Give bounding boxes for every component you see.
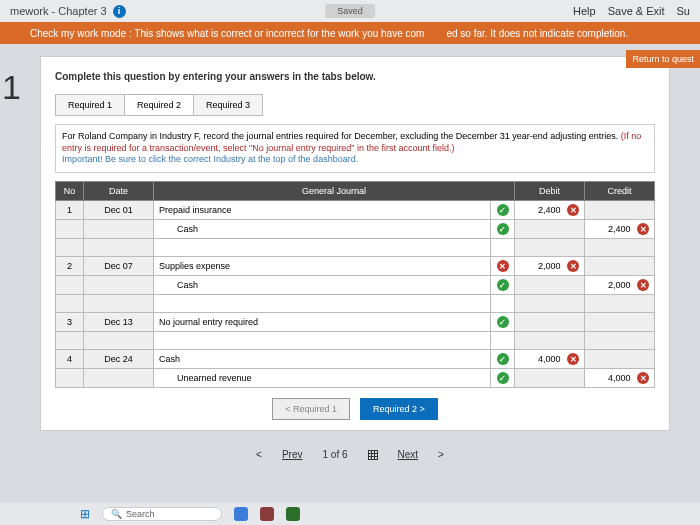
cell-date[interactable]: Dec 24: [84, 350, 154, 369]
col-credit: Credit: [585, 182, 655, 201]
x-icon: ✕: [637, 223, 649, 235]
cell-date[interactable]: [84, 369, 154, 388]
start-icon[interactable]: ⊞: [80, 507, 90, 521]
cell-credit[interactable]: 2,400 ✕: [585, 220, 655, 239]
tab-required-3[interactable]: Required 3: [194, 95, 262, 115]
tab-required-2[interactable]: Required 2: [125, 95, 194, 115]
pager-prev-caret[interactable]: <: [256, 449, 262, 460]
help-link[interactable]: Help: [573, 5, 596, 17]
cell-debit[interactable]: [515, 369, 585, 388]
cell-mark: ✓: [491, 350, 515, 369]
taskbar-app-1[interactable]: [234, 507, 248, 521]
cell-no: 3: [56, 313, 84, 332]
cell-credit[interactable]: 2,000 ✕: [585, 276, 655, 295]
taskbar-app-3[interactable]: [286, 507, 300, 521]
x-icon: ✕: [637, 279, 649, 291]
check-icon: ✓: [497, 223, 509, 235]
taskbar-app-2[interactable]: [260, 507, 274, 521]
table-row: Cash✓2,000 ✕: [56, 276, 655, 295]
cell-account[interactable]: Supplies expense: [154, 257, 491, 276]
table-row: Cash✓2,400 ✕: [56, 220, 655, 239]
prev-requirement-button[interactable]: < Required 1: [272, 398, 350, 420]
cell-mark: ✓: [491, 369, 515, 388]
question-card: Complete this question by entering your …: [40, 56, 670, 431]
cell-credit[interactable]: [585, 350, 655, 369]
os-taskbar: ⊞ 🔍 Search: [0, 503, 700, 525]
cell-account[interactable]: Cash: [154, 220, 491, 239]
cell-credit[interactable]: 4,000 ✕: [585, 369, 655, 388]
pager-position: 1 of 6: [322, 449, 347, 460]
cell-debit[interactable]: 2,400 ✕: [515, 201, 585, 220]
grid-icon[interactable]: [368, 450, 378, 460]
cell-date[interactable]: Dec 13: [84, 313, 154, 332]
table-row: 1Dec 01Prepaid insurance✓2,400 ✕: [56, 201, 655, 220]
banner-text-right: ed so far. It does not indicate completi…: [446, 28, 628, 39]
question-number: 1: [2, 68, 21, 107]
check-icon: ✓: [497, 316, 509, 328]
saved-badge: Saved: [325, 4, 375, 18]
cell-date[interactable]: Dec 01: [84, 201, 154, 220]
x-icon: ✕: [567, 260, 579, 272]
table-row: Unearned revenue✓4,000 ✕: [56, 369, 655, 388]
x-icon: ✕: [497, 260, 509, 272]
table-row: [56, 239, 655, 257]
cell-account[interactable]: Prepaid insurance: [154, 201, 491, 220]
cell-mark: ✕: [491, 257, 515, 276]
return-to-question-button[interactable]: Return to quest: [626, 50, 700, 68]
cell-mark: ✓: [491, 201, 515, 220]
instruction-main: For Roland Company in Industry F, record…: [62, 131, 621, 141]
cell-no: 2: [56, 257, 84, 276]
check-icon: ✓: [497, 372, 509, 384]
cell-debit[interactable]: 2,000 ✕: [515, 257, 585, 276]
cell-no: [56, 220, 84, 239]
next-requirement-button[interactable]: Required 2 >: [360, 398, 438, 420]
cell-credit[interactable]: [585, 201, 655, 220]
check-icon: ✓: [497, 279, 509, 291]
pager-next-caret[interactable]: >: [438, 449, 444, 460]
cell-mark: ✓: [491, 313, 515, 332]
cell-no: [56, 369, 84, 388]
cell-account[interactable]: Unearned revenue: [154, 369, 491, 388]
check-icon: ✓: [497, 353, 509, 365]
instruction-heading: Complete this question by entering your …: [55, 71, 655, 82]
table-row: 2Dec 07Supplies expense✕2,000 ✕: [56, 257, 655, 276]
requirement-tabs: Required 1 Required 2 Required 3: [55, 94, 263, 116]
question-pager: < Prev 1 of 6 Next >: [0, 449, 700, 460]
cell-no: 1: [56, 201, 84, 220]
cell-account[interactable]: Cash: [154, 350, 491, 369]
general-journal-table: No Date General Journal Debit Credit 1De…: [55, 181, 655, 388]
check-work-banner: Check my work mode : This shows what is …: [0, 22, 700, 44]
cell-credit[interactable]: [585, 257, 655, 276]
page-title: mework - Chapter 3: [10, 5, 107, 17]
cell-no: [56, 276, 84, 295]
os-search[interactable]: 🔍 Search: [102, 507, 222, 521]
info-icon[interactable]: i: [113, 5, 126, 18]
pager-prev[interactable]: Prev: [282, 449, 303, 460]
truncated-link[interactable]: Su: [677, 5, 690, 17]
cell-date[interactable]: Dec 07: [84, 257, 154, 276]
search-icon: 🔍: [111, 509, 122, 519]
x-icon: ✕: [567, 204, 579, 216]
cell-debit[interactable]: [515, 220, 585, 239]
check-icon: ✓: [497, 204, 509, 216]
os-search-label: Search: [126, 509, 155, 519]
cell-debit[interactable]: 4,000 ✕: [515, 350, 585, 369]
cell-account[interactable]: No journal entry required: [154, 313, 491, 332]
x-icon: ✕: [637, 372, 649, 384]
cell-date[interactable]: [84, 220, 154, 239]
cell-debit[interactable]: [515, 313, 585, 332]
cell-mark: ✓: [491, 276, 515, 295]
col-date: Date: [84, 182, 154, 201]
save-exit-link[interactable]: Save & Exit: [608, 5, 665, 17]
cell-no: 4: [56, 350, 84, 369]
table-row: 4Dec 24Cash✓4,000 ✕: [56, 350, 655, 369]
cell-debit[interactable]: [515, 276, 585, 295]
pager-next[interactable]: Next: [398, 449, 419, 460]
instruction-box: For Roland Company in Industry F, record…: [55, 124, 655, 173]
cell-credit[interactable]: [585, 313, 655, 332]
col-general-journal: General Journal: [154, 182, 515, 201]
tab-required-1[interactable]: Required 1: [56, 95, 125, 115]
cell-account[interactable]: Cash: [154, 276, 491, 295]
cell-date[interactable]: [84, 276, 154, 295]
x-icon: ✕: [567, 353, 579, 365]
